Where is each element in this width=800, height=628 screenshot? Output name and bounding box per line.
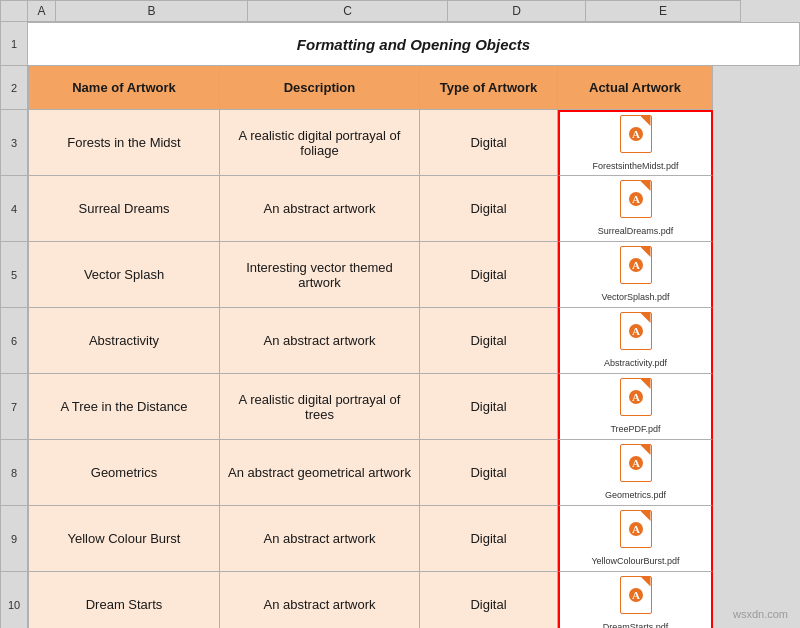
row-3-artwork[interactable]: A Abstractivity.pdf: [558, 308, 713, 374]
pdf-container-4: A TreePDF.pdf: [562, 376, 709, 437]
row-2-type: Digital: [420, 242, 558, 308]
pdf-filename-4: TreePDF.pdf: [610, 424, 660, 435]
pdf-container-0: A ForestsintheMidst.pdf: [562, 114, 709, 173]
pdf-filename-0: ForestsintheMidst.pdf: [592, 161, 678, 172]
row-num-4: 4: [0, 176, 28, 242]
pdf-filename-2: VectorSplash.pdf: [601, 292, 669, 303]
row-4-type: Digital: [420, 374, 558, 440]
row-6-desc: An abstract artwork: [220, 506, 420, 572]
row-num-7: 7: [0, 374, 28, 440]
pdf-body-2: A: [620, 246, 652, 284]
data-row-1: Surreal Dreams An abstract artwork Digit…: [28, 176, 800, 242]
pdf-body-7: A: [620, 576, 652, 614]
header-name: Name of Artwork: [28, 66, 220, 110]
row-2-artwork[interactable]: A VectorSplash.pdf: [558, 242, 713, 308]
row-num-1: 1: [0, 22, 28, 66]
svg-text:A: A: [632, 193, 640, 205]
header-row: Name of Artwork Description Type of Artw…: [28, 66, 800, 110]
row-2-desc: Interesting vector themed artwork: [220, 242, 420, 308]
col-header-c: C: [248, 0, 448, 22]
row-1-artwork[interactable]: A SurrealDreams.pdf: [558, 176, 713, 242]
pdf-container-6: A YellowColourBurst.pdf: [562, 508, 709, 569]
pdf-body-5: A: [620, 444, 652, 482]
pdf-icon-4: A: [617, 378, 655, 422]
row-numbers: 1 2 3 4 5 6 7 8 9 10 11 12: [0, 22, 28, 628]
row-num-3: 3: [0, 110, 28, 176]
row-1-name: Surreal Dreams: [28, 176, 220, 242]
pdf-container-3: A Abstractivity.pdf: [562, 310, 709, 371]
row-0-desc: A realistic digital portrayal of foliage: [220, 110, 420, 176]
row-1-desc: An abstract artwork: [220, 176, 420, 242]
pdf-icon-1: A: [617, 180, 655, 224]
row-num-5: 5: [0, 242, 28, 308]
data-row-3: Abstractivity An abstract artwork Digita…: [28, 308, 800, 374]
row-6-name: Yellow Colour Burst: [28, 506, 220, 572]
row-6-type: Digital: [420, 506, 558, 572]
pdf-container-2: A VectorSplash.pdf: [562, 244, 709, 305]
row-6-artwork[interactable]: A YellowColourBurst.pdf: [558, 506, 713, 572]
spreadsheet: A B C D E 1 2 3 4 5 6 7 8 9 10 11 12 For…: [0, 0, 800, 628]
svg-text:A: A: [632, 523, 640, 535]
row-3-name: Abstractivity: [28, 308, 220, 374]
pdf-icon-3: A: [617, 312, 655, 356]
data-row-4: A Tree in the Distance A realistic digit…: [28, 374, 800, 440]
spreadsheet-title: Formatting and Opening Objects: [297, 36, 530, 53]
pdf-filename-1: SurrealDreams.pdf: [598, 226, 674, 237]
svg-text:A: A: [632, 457, 640, 469]
row-num-9: 9: [0, 506, 28, 572]
row-4-desc: A realistic digital portrayal of trees: [220, 374, 420, 440]
pdf-body-4: A: [620, 378, 652, 416]
row-5-name: Geometrics: [28, 440, 220, 506]
row-7-name: Dream Starts: [28, 572, 220, 628]
row-5-artwork[interactable]: A Geometrics.pdf: [558, 440, 713, 506]
pdf-container-5: A Geometrics.pdf: [562, 442, 709, 503]
svg-text:A: A: [632, 589, 640, 601]
table-area: Formatting and Opening Objects Name of A…: [28, 22, 800, 628]
svg-text:A: A: [632, 325, 640, 337]
pdf-body-1: A: [620, 180, 652, 218]
col-header-b: B: [56, 0, 248, 22]
col-header-d: D: [448, 0, 586, 22]
pdf-icon-2: A: [617, 246, 655, 290]
data-row-6: Yellow Colour Burst An abstract artwork …: [28, 506, 800, 572]
row-7-artwork[interactable]: A DreamStarts.pdf: [558, 572, 713, 628]
pdf-container-7: A DreamStarts.pdf: [562, 574, 709, 628]
data-row-7: Dream Starts An abstract artwork Digital…: [28, 572, 800, 628]
pdf-filename-5: Geometrics.pdf: [605, 490, 666, 501]
title-row: Formatting and Opening Objects: [28, 22, 800, 66]
pdf-body-0: A: [620, 115, 652, 153]
pdf-icon-5: A: [617, 444, 655, 488]
data-row-2: Vector Splash Interesting vector themed …: [28, 242, 800, 308]
row-num-10: 10: [0, 572, 28, 628]
row-4-artwork[interactable]: A TreePDF.pdf: [558, 374, 713, 440]
row-2-name: Vector Splash: [28, 242, 220, 308]
header-artwork: Actual Artwork: [558, 66, 713, 110]
row-7-type: Digital: [420, 572, 558, 628]
row-0-type: Digital: [420, 110, 558, 176]
row-3-desc: An abstract artwork: [220, 308, 420, 374]
svg-text:A: A: [632, 128, 640, 140]
pdf-filename-3: Abstractivity.pdf: [604, 358, 667, 369]
row-0-name: Forests in the Midst: [28, 110, 220, 176]
header-description: Description: [220, 66, 420, 110]
corner-cell: [0, 0, 28, 22]
svg-text:A: A: [632, 391, 640, 403]
watermark: wsxdn.com: [733, 608, 788, 620]
col-header-a: A: [28, 0, 56, 22]
pdf-icon-7: A: [617, 576, 655, 620]
row-4-name: A Tree in the Distance: [28, 374, 220, 440]
row-5-desc: An abstract geometrical artwork: [220, 440, 420, 506]
main-content: 1 2 3 4 5 6 7 8 9 10 11 12 Formatting an…: [0, 22, 800, 628]
row-num-8: 8: [0, 440, 28, 506]
row-0-artwork[interactable]: A ForestsintheMidst.pdf: [558, 110, 713, 176]
svg-text:A: A: [632, 259, 640, 271]
data-row-0: Forests in the Midst A realistic digital…: [28, 110, 800, 176]
column-header-row: A B C D E: [0, 0, 800, 22]
pdf-icon-6: A: [617, 510, 655, 554]
row-3-type: Digital: [420, 308, 558, 374]
row-1-type: Digital: [420, 176, 558, 242]
pdf-container-1: A SurrealDreams.pdf: [562, 178, 709, 239]
pdf-icon-0: A: [617, 115, 655, 159]
header-type: Type of Artwork: [420, 66, 558, 110]
pdf-filename-6: YellowColourBurst.pdf: [591, 556, 679, 567]
